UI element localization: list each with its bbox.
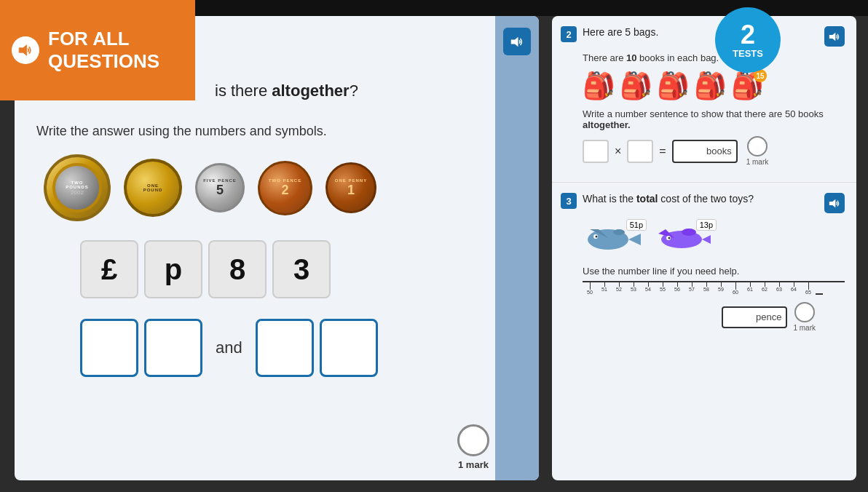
nl-tick-52: 52 [612, 281, 626, 292]
nl-ticks: 50 51 52 53 54 55 56 57 58 59 60 61 62 6… [583, 281, 816, 295]
nl-tick-57: 57 [684, 281, 699, 292]
svg-marker-3 [829, 199, 835, 207]
coin-five-pence: FIVE PENCE 5 [195, 163, 245, 213]
q2-number: 2 [561, 26, 577, 42]
bag-3: 🎒 [657, 71, 690, 101]
symbol-3: 3 [272, 240, 331, 298]
bag-1: 🎒 [583, 71, 615, 101]
nl-base-line [583, 281, 845, 282]
q2-speaker-button[interactable] [824, 26, 845, 47]
svg-marker-2 [829, 32, 835, 41]
input-box-1[interactable] [80, 319, 138, 377]
q2-equation-row: × = books 1 mark [561, 136, 845, 166]
coin-two-pence: TWO PENCE 2 [258, 161, 312, 215]
symbol-pound: £ [80, 240, 138, 298]
tests-badge: 2 TESTS [715, 7, 781, 73]
nl-tick-62: 62 [757, 281, 772, 292]
q2-speaker-icon [829, 32, 840, 41]
q3-mark-badge: 1 mark [793, 302, 816, 332]
nl-tick-56: 56 [670, 281, 684, 292]
q3-speaker-icon [829, 199, 840, 208]
bag-4: 🎒 [694, 71, 727, 101]
pence-answer-row: pence 1 mark [561, 302, 845, 332]
svg-point-8 [596, 236, 598, 238]
nl-tick-58: 58 [699, 281, 714, 292]
q2-sentence-instruction: Write a number sentence to show that the… [561, 108, 845, 130]
nl-tick-63: 63 [772, 281, 786, 292]
svg-point-12 [682, 229, 696, 236]
nl-tick-60: 60 [728, 281, 743, 295]
q3-use-instruction: Use the number line if you need help. [561, 266, 845, 277]
left-panel-speaker-button[interactable] [503, 28, 531, 55]
toy1-label: 51p [626, 219, 647, 231]
nl-tick-65: 65 [801, 281, 816, 295]
orange-header: FOR ALL QUESTIONS [0, 0, 195, 100]
q2-result-box[interactable]: books [672, 140, 738, 163]
q3-number: 3 [561, 193, 577, 209]
input-box-4[interactable] [320, 319, 378, 377]
left-mark-badge: 1 mark [457, 424, 489, 470]
tests-number: 2 [741, 22, 755, 48]
right-panel: 2 Here are 5 bags. There are 10 books in… [552, 16, 856, 480]
and-label: and [216, 338, 242, 357]
input-box-2[interactable] [144, 319, 202, 377]
q2-mark-text: 1 mark [746, 158, 769, 166]
header-text: FOR ALL QUESTIONS [48, 28, 159, 73]
input-box-3[interactable] [256, 319, 314, 377]
left-panel-sidebar [495, 16, 539, 480]
nl-tick-54: 54 [641, 281, 655, 292]
nl-arrow [816, 293, 823, 295]
q3-header: 3 What is the total cost of the two toys… [561, 193, 845, 213]
toy2: 13p [652, 219, 711, 258]
header-speaker-button[interactable] [12, 36, 39, 64]
toy2-label: 13p [696, 219, 717, 231]
number-line-container: 50 51 52 53 54 55 56 57 58 59 60 61 62 6… [561, 281, 845, 295]
nl-tick-59: 59 [714, 281, 728, 292]
q3-mark-text: 1 mark [793, 324, 816, 332]
equals-symbol: = [659, 145, 666, 158]
mark-text: 1 mark [458, 459, 489, 470]
number-line: 50 51 52 53 54 55 56 57 58 59 60 61 62 6… [583, 281, 845, 295]
question2-section: 2 Here are 5 bags. There are 10 books in… [552, 16, 856, 183]
nl-tick-51: 51 [597, 281, 612, 292]
bag-2: 🎒 [620, 71, 652, 101]
q3-speaker-button[interactable] [824, 193, 845, 213]
question3-section: 3 What is the total cost of the two toys… [552, 183, 856, 345]
q3-mark-circle [794, 302, 815, 322]
q2-input-2[interactable] [627, 140, 653, 163]
symbol-p: p [144, 240, 202, 298]
q2-mark-circle [747, 136, 768, 156]
mark-circle [457, 424, 489, 456]
bag-5: 🎒 15 [731, 71, 764, 101]
question-intro: is there altogether? [215, 82, 358, 100]
q3-title: What is the total cost of the two toys? [583, 193, 824, 205]
write-instruction: Write the answer using the numbers and s… [36, 124, 327, 139]
answer-symbols-row: £ p 8 3 [80, 240, 331, 298]
nl-tick-50: 50 [583, 281, 597, 295]
coin-two-pound: TWO POUNDS 2002 [44, 154, 111, 221]
symbol-8: 8 [208, 240, 267, 298]
svg-point-15 [668, 237, 671, 239]
speaker-icon-left [510, 36, 524, 47]
multiply-symbol: × [615, 145, 621, 158]
toys-row: 51p 13p [561, 219, 845, 258]
tests-label: TESTS [733, 48, 763, 59]
nl-tick-64: 64 [786, 281, 801, 292]
q2-title: Here are 5 bags. [583, 26, 824, 38]
nl-tick-61: 61 [743, 281, 757, 292]
q2-subtitle: There are 10 books in each bag. [561, 52, 845, 63]
svg-marker-0 [19, 45, 26, 55]
q2-input-1[interactable] [583, 140, 609, 163]
svg-point-9 [613, 229, 625, 235]
nl-tick-53: 53 [626, 281, 641, 292]
speaker-icon [18, 44, 33, 56]
bags-row: 🎒 🎒 🎒 🎒 🎒 15 [561, 71, 845, 101]
q2-mark-badge: 1 mark [746, 136, 769, 166]
svg-marker-11 [702, 235, 711, 244]
input-boxes-row: and [80, 319, 378, 377]
coin-one-penny: ONE PENNY 1 [326, 162, 376, 213]
coin-one-pound: ONE POUND [124, 159, 182, 217]
nl-tick-55: 55 [655, 281, 670, 292]
coins-row: TWO POUNDS 2002 ONE POUND FIVE PENCE 5 T… [36, 154, 376, 221]
pence-input-box[interactable]: pence [722, 306, 787, 328]
